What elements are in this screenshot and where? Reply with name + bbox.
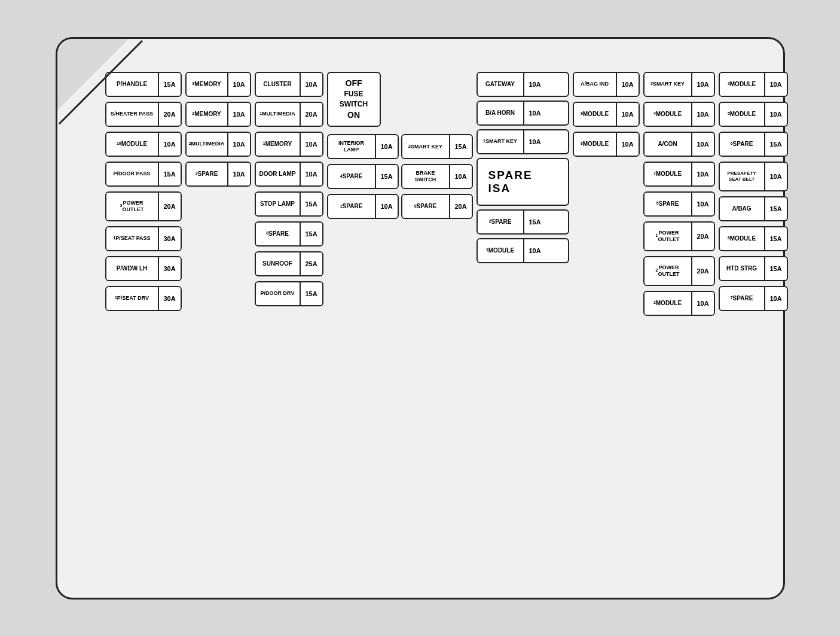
fuse-abagind: A/BAG IND 10A	[573, 72, 640, 97]
fuse-5spare: 5SPARE 10A	[643, 191, 715, 217]
fuse-pdoor-pass: P/DOOR PASS 15A	[105, 162, 182, 187]
fuse-abag: A/BAG 15A	[719, 196, 788, 221]
fuse-doorlamp: DOOR LAMP 10A	[255, 162, 323, 187]
fuse-1pseat-drv: 1P/SEAT DRV 30A	[105, 286, 182, 311]
fuse-brakeswitch: BRAKE SWITCH 10A	[401, 164, 473, 189]
fuse-cluster: CLUSTER 10A	[255, 72, 323, 97]
fuse-1module: 1MODULE 10A	[476, 238, 569, 263]
fuse-column-6-group: GATEWAY 10A B/A HORN 10A 1SMART KEY 10A …	[476, 72, 569, 263]
fuse-switch: OFF FUSESWITCH ON	[327, 72, 381, 127]
fuse-column-8: 3SMART KEY 10A 4MODULE 10A A/CON 10A 7MO…	[643, 72, 715, 316]
fuse-4module: 4MODULE 10A	[643, 102, 715, 127]
fuse-column-5: 2SMART KEY 15A BRAKE SWITCH 10A 9SPARE 2…	[401, 134, 473, 219]
fuse-3memory: 3MEMORY 10A	[185, 72, 251, 97]
fuse-col4-5-group: INTERIOR LAMP 10A 4SPARE 15A 1SPARE 10A	[327, 134, 473, 219]
fuse-diagram-content: P/HANDLE 15A S/HEATER PASS 20A 10MODULE …	[105, 72, 759, 583]
fuse-9module: 9MODULE 10A	[573, 102, 640, 127]
switch-off-label: OFF	[346, 78, 362, 90]
fuse-5module: 5MODULE 10A	[719, 102, 788, 127]
fuse-1spare: 1SPARE 10A	[327, 194, 399, 219]
fuse-interiorlamp: INTERIOR LAMP 10A	[327, 134, 399, 159]
fuse-7spare: 7SPARE 10A	[719, 286, 788, 311]
fuse-9spare: 9SPARE 20A	[401, 194, 473, 219]
fuse-2spare-main: 2SPARE 15A	[476, 209, 569, 235]
fuse-3smartkey: 3SMART KEY 10A	[643, 72, 715, 97]
switch-on-label: ON	[347, 109, 360, 121]
fuse-8module: 8MODULE 10A	[573, 132, 640, 157]
spare-isa-box: SPARE ISA	[476, 158, 569, 206]
fuse-box: P/HANDLE 15A S/HEATER PASS 20A 10MODULE …	[56, 37, 785, 600]
fuse-1memory: 1MEMORY 10A	[255, 132, 323, 157]
spare-isa-label: SPARE ISA	[488, 169, 557, 195]
fuse-10module: 10MODULE 10A	[105, 132, 182, 157]
fuse-1multimedia: 1MULTIMEDIA 20A	[255, 102, 323, 127]
fuse-2power-outlet: 2POWEROUTLET 20A	[643, 256, 715, 286]
fuse-column-3: CLUSTER 10A 1MULTIMEDIA 20A 1MEMORY 10A …	[255, 72, 323, 306]
fuse-htdstrg: HTD STRG 15A	[719, 256, 788, 281]
fuse-pdoor-drv: P/DOOR DRV 15A	[255, 281, 323, 306]
fuse-bahorn: B/A HORN 10A	[476, 101, 569, 126]
fuse-1smartkey: 1SMART KEY 10A	[476, 129, 569, 154]
fuse-column-7: A/BAG IND 10A 9MODULE 10A 8MODULE 10A	[573, 72, 640, 157]
fuse-2memory: 2MEMORY 10A	[185, 102, 251, 127]
fuse-3power-outlet: 3POWEROUTLET 20A	[105, 191, 182, 221]
fuse-1power-outlet: 1POWEROUTLET 20A	[643, 221, 715, 251]
fuse-presafety: PRESAFETYSEAT BELT 10A	[719, 162, 788, 191]
fuse-pwdw-lh: P/WDW LH 30A	[105, 256, 182, 281]
fuse-column-9: 3MODULE 10A 5MODULE 10A 6SPARE 15A PRESA…	[719, 72, 788, 311]
fuse-6spare: 6SPARE 15A	[719, 132, 788, 157]
fuse-gateway: GATEWAY 10A	[476, 72, 569, 97]
fuse-6module: 6MODULE 15A	[719, 226, 788, 251]
fuse-2module: 2MODULE 10A	[643, 291, 715, 316]
switch-fuse-label: FUSESWITCH	[340, 89, 368, 109]
fuse-column-2: 3MEMORY 10A 2MEMORY 10A 2MULTIMEDIA 10A …	[185, 72, 251, 187]
fuse-3spare: 3SPARE 10A	[185, 162, 251, 187]
svg-line-0	[59, 41, 142, 124]
fuse-stoplamp: STOP LAMP 15A	[255, 191, 323, 217]
fuse-sunroof: SUNROOF 25A	[255, 251, 323, 276]
fuse-3module: 3MODULE 10A	[719, 72, 788, 97]
fuse-acon: A/CON 10A	[643, 132, 715, 157]
fuse-2smartkey: 2SMART KEY 15A	[401, 134, 473, 159]
fuse-8spare: 8SPARE 15A	[255, 221, 323, 247]
fuse-1pseat-pass: 1P/SEAT PASS 30A	[105, 226, 182, 251]
fuse-7module: 7MODULE 10A	[643, 162, 715, 187]
fuse-column-4: INTERIOR LAMP 10A 4SPARE 15A 1SPARE 10A	[327, 134, 399, 219]
fuse-column-switch-group: OFF FUSESWITCH ON INTERIOR LAMP 10A 4SPA…	[327, 72, 473, 220]
fuse-4spare: 4SPARE 15A	[327, 164, 399, 189]
fuse-2multimedia: 2MULTIMEDIA 10A	[185, 132, 251, 157]
